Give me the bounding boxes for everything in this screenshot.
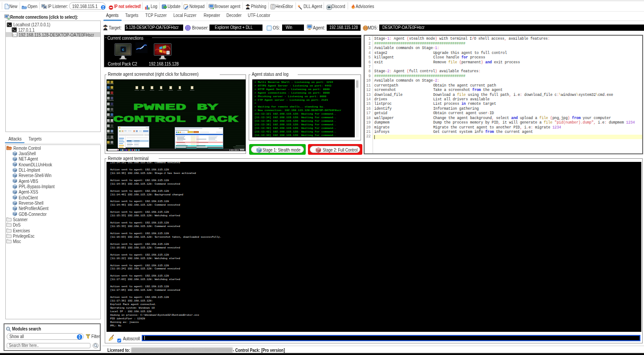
svg-text:c:\: c:\ — [12, 34, 17, 37]
svg-text:01: 01 — [271, 7, 274, 9]
svg-text:c: c — [122, 48, 124, 52]
